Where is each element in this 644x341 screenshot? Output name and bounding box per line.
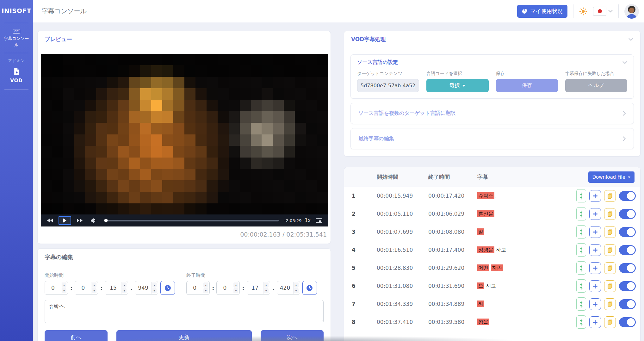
spinner-down[interactable]: ▼ [294,288,299,293]
table-header-row: # 開始時間 終了時間 字幕 Download File [344,167,640,187]
row-enabled-toggle[interactable] [619,263,636,273]
video-player[interactable]: -2:05:29 1x [41,54,328,226]
spinner-up[interactable]: ▲ [264,282,269,288]
add-row-button[interactable] [589,244,601,256]
spinner-down[interactable]: ▼ [203,288,208,293]
spinner-up[interactable]: ▲ [62,282,66,288]
end-hours-input[interactable]: 0 ▲▼ [186,281,210,295]
spinner-down[interactable]: ▼ [62,288,66,293]
sun-icon[interactable] [579,7,587,16]
copy-row-button[interactable] [604,190,616,202]
copy-row-button[interactable] [604,316,616,328]
row-enabled-toggle[interactable] [619,191,636,201]
spinner-up[interactable]: ▲ [294,282,299,288]
spinner-up[interactable]: ▲ [233,282,238,288]
row-enabled-toggle[interactable] [619,317,636,327]
merge-rows-button[interactable] [576,207,586,220]
add-row-button[interactable] [589,208,601,220]
merge-rows-button[interactable] [576,243,586,257]
row-enabled-toggle[interactable] [619,245,636,255]
row-enabled-toggle[interactable] [619,299,636,309]
final-edit-section[interactable]: 最終字幕の編集 [350,128,634,149]
seek-bar[interactable] [104,220,279,221]
copy-row-button[interactable] [604,280,616,292]
video-frame [41,54,328,226]
volume-button[interactable] [88,217,98,225]
pip-button[interactable] [314,217,324,224]
copy-row-button[interactable] [604,262,616,274]
start-millis-input[interactable]: 949 ▲▼ [135,281,158,295]
row-number: 4 [344,247,363,253]
add-row-button[interactable] [589,280,601,292]
end-seconds-input[interactable]: 17 ▲▼ [247,281,270,295]
remaining-time: -2:05:29 [284,218,302,223]
merge-rows-button[interactable] [576,189,586,202]
spinner-down[interactable]: ▼ [92,288,96,293]
start-hours-input[interactable]: 0 ▲▼ [45,281,68,295]
sidebar-item-subtitle-console[interactable]: CC 字幕コンソール [0,23,33,53]
user-avatar[interactable] [624,4,639,19]
translate-section[interactable]: ソース言語を複数のターゲット言語に翻訳 [350,103,634,124]
chevron-down-icon[interactable] [629,38,633,41]
end-minutes-input[interactable]: 0 ▲▼ [216,281,240,295]
subtitle-table-card: # 開始時間 終了時間 字幕 Download File 1 00:00:15.… [344,167,641,341]
fast-forward-button[interactable] [74,217,85,224]
add-row-button[interactable] [589,262,601,274]
start-seconds-input[interactable]: 15 ▲▼ [105,281,128,295]
play-button[interactable] [59,216,71,225]
select-language-button[interactable]: 選択 [426,79,488,92]
add-row-button[interactable] [589,316,601,328]
save-button[interactable]: 保存 [496,79,558,92]
row-enabled-toggle[interactable] [619,209,636,219]
target-content-input[interactable] [357,79,419,92]
start-minutes-input[interactable]: 0 ▲▼ [75,281,98,295]
previous-button[interactable]: 前へ [45,330,108,341]
row-enabled-toggle[interactable] [619,281,636,291]
spinner-down[interactable]: ▼ [152,288,157,293]
spinner-down[interactable]: ▼ [233,288,238,293]
language-selector[interactable] [593,7,613,16]
copy-row-button[interactable] [604,298,616,310]
copy-icon [607,265,613,271]
spinner-up[interactable]: ▲ [203,282,208,288]
spinner-up[interactable]: ▲ [92,282,96,288]
end-millis-input[interactable]: 420 ▲▼ [277,281,300,295]
row-start-time: 00:01:37.410 [377,319,428,325]
copy-icon [607,193,613,199]
spinner-down[interactable]: ▼ [122,288,127,293]
chevron-down-icon[interactable] [622,61,627,64]
spinner-up[interactable]: ▲ [122,282,127,288]
set-start-time-button[interactable] [160,281,175,295]
add-row-button[interactable] [589,226,601,238]
spinner-up[interactable]: ▲ [152,282,157,288]
sidebar-item-vod[interactable]: VOD [0,67,33,89]
sidebar-item-label: 字幕コンソール [2,35,31,48]
plus-icon [592,283,598,289]
add-row-button[interactable] [589,190,601,202]
my-usage-button[interactable]: マイ使用状況 [517,5,567,18]
spinner-down[interactable]: ▼ [264,288,269,293]
copy-icon [607,319,613,325]
seek-knob[interactable] [104,219,108,222]
table-row: 3 00:01:07.699 00:01:08.080 일 [344,223,640,241]
download-file-button[interactable]: Download File [588,171,635,183]
copy-row-button[interactable] [604,226,616,238]
time-separator: : [212,285,214,291]
row-enabled-toggle[interactable] [619,227,636,237]
merge-rows-button[interactable] [576,315,586,329]
merge-rows-button[interactable] [576,261,586,275]
help-button[interactable]: ヘルプ [565,79,627,92]
merge-rows-button[interactable] [576,279,586,293]
set-end-time-button[interactable] [302,281,317,295]
playback-speed[interactable]: 1x [305,218,311,223]
merge-rows-button[interactable] [576,297,586,311]
merge-rows-button[interactable] [576,225,586,239]
rewind-button[interactable] [45,217,55,224]
add-row-button[interactable] [589,298,601,310]
merge-rows-icon [579,282,583,290]
language-code-label: 言語コードを選択 [426,71,488,77]
table-row: 7 00:01:34.339 00:01:34.889 싸 [344,295,640,313]
copy-row-button[interactable] [604,208,616,220]
copy-row-button[interactable] [604,244,616,256]
subtitle-text-input[interactable]: 슈박스. [45,300,324,323]
